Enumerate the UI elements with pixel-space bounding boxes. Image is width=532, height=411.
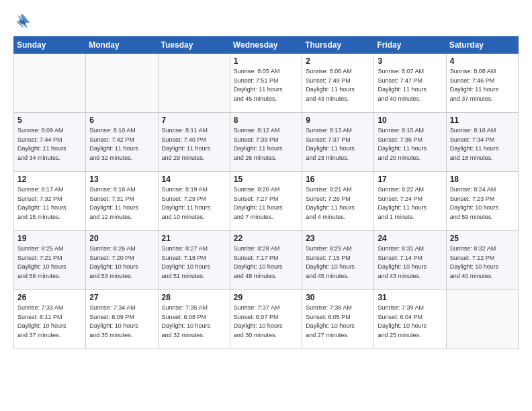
day-number: 26 xyxy=(17,293,82,302)
day-info: Sunrise: 8:15 AM Sunset: 7:36 PM Dayligh… xyxy=(378,126,442,163)
logo xyxy=(13,12,36,31)
day-info: Sunrise: 8:28 AM Sunset: 7:17 PM Dayligh… xyxy=(234,244,298,281)
day-info: Sunrise: 7:37 AM Sunset: 6:07 PM Dayligh… xyxy=(234,304,298,340)
calendar-day-2: 2Sunrise: 8:06 AM Sunset: 7:49 PM Daylig… xyxy=(302,54,374,113)
day-number: 10 xyxy=(378,116,442,125)
calendar-day-30: 30Sunrise: 7:38 AM Sunset: 6:05 PM Dayli… xyxy=(302,290,374,349)
header xyxy=(13,12,519,31)
calendar-day-26: 26Sunrise: 7:33 AM Sunset: 6:11 PM Dayli… xyxy=(14,290,86,349)
day-info: Sunrise: 8:12 AM Sunset: 7:39 PM Dayligh… xyxy=(234,126,298,163)
day-info: Sunrise: 8:16 AM Sunset: 7:34 PM Dayligh… xyxy=(450,126,515,163)
day-number: 28 xyxy=(162,293,226,302)
day-number: 13 xyxy=(89,175,154,184)
day-info: Sunrise: 8:09 AM Sunset: 7:44 PM Dayligh… xyxy=(17,126,82,163)
day-number: 23 xyxy=(306,234,370,243)
weekday-header-thursday: Thursday xyxy=(302,37,374,54)
day-info: Sunrise: 7:38 AM Sunset: 6:05 PM Dayligh… xyxy=(306,304,370,340)
day-info: Sunrise: 8:21 AM Sunset: 7:26 PM Dayligh… xyxy=(306,185,370,222)
calendar-day-27: 27Sunrise: 7:34 AM Sunset: 6:09 PM Dayli… xyxy=(86,290,158,349)
calendar-week-row: 12Sunrise: 8:17 AM Sunset: 7:32 PM Dayli… xyxy=(14,172,519,231)
calendar-day-4: 4Sunrise: 8:08 AM Sunset: 7:46 PM Daylig… xyxy=(446,54,518,113)
calendar-day-15: 15Sunrise: 8:20 AM Sunset: 7:27 PM Dayli… xyxy=(230,172,302,231)
day-number: 29 xyxy=(234,293,298,302)
day-number: 27 xyxy=(89,293,154,302)
day-info: Sunrise: 8:10 AM Sunset: 7:42 PM Dayligh… xyxy=(89,126,154,163)
day-number: 4 xyxy=(450,56,515,66)
calendar-week-row: 5Sunrise: 8:09 AM Sunset: 7:44 PM Daylig… xyxy=(14,113,519,172)
calendar-day-25: 25Sunrise: 8:32 AM Sunset: 7:12 PM Dayli… xyxy=(446,231,518,290)
day-info: Sunrise: 8:18 AM Sunset: 7:31 PM Dayligh… xyxy=(89,185,154,222)
calendar-day-31: 31Sunrise: 7:39 AM Sunset: 6:04 PM Dayli… xyxy=(374,290,446,349)
day-info: Sunrise: 8:31 AM Sunset: 7:14 PM Dayligh… xyxy=(378,244,442,281)
day-number: 3 xyxy=(378,56,442,66)
day-number: 14 xyxy=(162,175,226,184)
day-info: Sunrise: 8:22 AM Sunset: 7:24 PM Dayligh… xyxy=(378,185,442,222)
calendar-day-8: 8Sunrise: 8:12 AM Sunset: 7:39 PM Daylig… xyxy=(230,113,302,172)
day-number: 24 xyxy=(378,234,442,243)
calendar-day-24: 24Sunrise: 8:31 AM Sunset: 7:14 PM Dayli… xyxy=(374,231,446,290)
day-info: Sunrise: 8:07 AM Sunset: 7:47 PM Dayligh… xyxy=(378,67,442,103)
calendar-week-row: 1Sunrise: 8:05 AM Sunset: 7:51 PM Daylig… xyxy=(14,54,519,113)
calendar-day-3: 3Sunrise: 8:07 AM Sunset: 7:47 PM Daylig… xyxy=(374,54,446,113)
calendar-day-16: 16Sunrise: 8:21 AM Sunset: 7:26 PM Dayli… xyxy=(302,172,374,231)
day-number: 20 xyxy=(89,234,154,243)
calendar-day-6: 6Sunrise: 8:10 AM Sunset: 7:42 PM Daylig… xyxy=(86,113,158,172)
calendar-week-row: 26Sunrise: 7:33 AM Sunset: 6:11 PM Dayli… xyxy=(14,290,519,349)
day-info: Sunrise: 8:13 AM Sunset: 7:37 PM Dayligh… xyxy=(306,126,370,163)
day-info: Sunrise: 8:32 AM Sunset: 7:12 PM Dayligh… xyxy=(450,244,515,281)
day-number: 6 xyxy=(89,116,154,125)
day-number: 19 xyxy=(17,234,82,243)
calendar-day-13: 13Sunrise: 8:18 AM Sunset: 7:31 PM Dayli… xyxy=(86,172,158,231)
calendar-day-14: 14Sunrise: 8:19 AM Sunset: 7:29 PM Dayli… xyxy=(158,172,230,231)
calendar-day-empty xyxy=(14,54,86,113)
day-number: 31 xyxy=(378,293,442,302)
calendar-day-20: 20Sunrise: 8:26 AM Sunset: 7:20 PM Dayli… xyxy=(86,231,158,290)
day-number: 11 xyxy=(450,116,515,125)
day-info: Sunrise: 8:27 AM Sunset: 7:18 PM Dayligh… xyxy=(162,244,226,281)
day-number: 9 xyxy=(306,116,370,125)
calendar-day-empty xyxy=(446,290,518,349)
day-number: 25 xyxy=(450,234,515,243)
day-info: Sunrise: 8:19 AM Sunset: 7:29 PM Dayligh… xyxy=(162,185,226,222)
day-info: Sunrise: 8:05 AM Sunset: 7:51 PM Dayligh… xyxy=(234,67,298,103)
day-number: 16 xyxy=(306,175,370,184)
day-info: Sunrise: 8:08 AM Sunset: 7:46 PM Dayligh… xyxy=(450,67,515,103)
day-number: 8 xyxy=(234,116,298,125)
calendar-day-9: 9Sunrise: 8:13 AM Sunset: 7:37 PM Daylig… xyxy=(302,113,374,172)
calendar-day-19: 19Sunrise: 8:25 AM Sunset: 7:21 PM Dayli… xyxy=(14,231,86,290)
weekday-header-saturday: Saturday xyxy=(446,37,518,54)
day-info: Sunrise: 7:35 AM Sunset: 6:08 PM Dayligh… xyxy=(162,304,226,340)
day-info: Sunrise: 8:24 AM Sunset: 7:23 PM Dayligh… xyxy=(450,185,515,222)
day-info: Sunrise: 8:26 AM Sunset: 7:20 PM Dayligh… xyxy=(89,244,154,281)
calendar-day-28: 28Sunrise: 7:35 AM Sunset: 6:08 PM Dayli… xyxy=(158,290,230,349)
calendar-header-row: SundayMondayTuesdayWednesdayThursdayFrid… xyxy=(14,37,519,54)
day-number: 5 xyxy=(17,116,82,125)
day-number: 15 xyxy=(234,175,298,184)
weekday-header-wednesday: Wednesday xyxy=(230,37,302,54)
day-number: 30 xyxy=(306,293,370,302)
day-info: Sunrise: 8:11 AM Sunset: 7:40 PM Dayligh… xyxy=(162,126,226,163)
calendar-day-11: 11Sunrise: 8:16 AM Sunset: 7:34 PM Dayli… xyxy=(446,113,518,172)
day-number: 22 xyxy=(234,234,298,243)
day-info: Sunrise: 8:06 AM Sunset: 7:49 PM Dayligh… xyxy=(306,67,370,103)
day-info: Sunrise: 7:33 AM Sunset: 6:11 PM Dayligh… xyxy=(17,304,82,340)
day-info: Sunrise: 8:25 AM Sunset: 7:21 PM Dayligh… xyxy=(17,244,82,281)
day-info: Sunrise: 7:39 AM Sunset: 6:04 PM Dayligh… xyxy=(378,304,442,340)
day-number: 18 xyxy=(450,175,515,184)
calendar-day-1: 1Sunrise: 8:05 AM Sunset: 7:51 PM Daylig… xyxy=(230,54,302,113)
calendar-day-29: 29Sunrise: 7:37 AM Sunset: 6:07 PM Dayli… xyxy=(230,290,302,349)
day-number: 21 xyxy=(162,234,226,243)
day-number: 17 xyxy=(378,175,442,184)
day-info: Sunrise: 8:17 AM Sunset: 7:32 PM Dayligh… xyxy=(17,185,82,222)
day-info: Sunrise: 7:34 AM Sunset: 6:09 PM Dayligh… xyxy=(89,304,154,340)
weekday-header-friday: Friday xyxy=(374,37,446,54)
calendar-day-7: 7Sunrise: 8:11 AM Sunset: 7:40 PM Daylig… xyxy=(158,113,230,172)
page: SundayMondayTuesdayWednesdayThursdayFrid… xyxy=(0,0,532,357)
day-info: Sunrise: 8:20 AM Sunset: 7:27 PM Dayligh… xyxy=(234,185,298,222)
calendar-table: SundayMondayTuesdayWednesdayThursdayFrid… xyxy=(13,36,519,349)
day-number: 12 xyxy=(17,175,82,184)
day-number: 7 xyxy=(162,116,226,125)
weekday-header-sunday: Sunday xyxy=(14,37,86,54)
calendar-day-12: 12Sunrise: 8:17 AM Sunset: 7:32 PM Dayli… xyxy=(14,172,86,231)
calendar-day-empty xyxy=(86,54,158,113)
